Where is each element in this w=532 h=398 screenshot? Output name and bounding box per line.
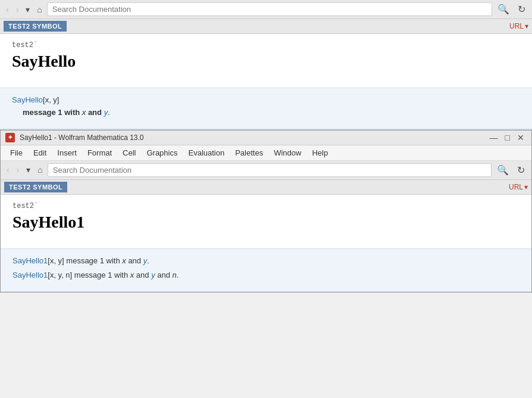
- usage-period-1: .: [108, 108, 110, 117]
- refresh-button-2[interactable]: ↻: [514, 163, 528, 177]
- usage-and-2a: and: [126, 256, 143, 265]
- url-label-2: URL: [509, 183, 523, 191]
- menu-help[interactable]: Help: [307, 147, 333, 158]
- forward-button-2[interactable]: ›: [14, 164, 22, 176]
- browser-toolbar-1: ‹ › ▾ ⌂ 🔍 ↻: [0, 0, 532, 19]
- dropdown-button-2[interactable]: ▾: [24, 164, 33, 176]
- doc-content-1: test2` SayHello: [0, 34, 532, 88]
- dropdown-icon-2: ▾: [26, 165, 30, 175]
- usage-var-n-2b: n: [173, 270, 177, 279]
- app-icon: ✦: [5, 133, 15, 142]
- search-icon-2: 🔍: [497, 165, 509, 175]
- usage-section-2: SayHello1[x, y] message 1 with x and y. …: [1, 248, 531, 293]
- app-icon-letter: ✦: [8, 134, 12, 141]
- search-input-2[interactable]: [48, 163, 492, 177]
- refresh-icon-1: ↻: [518, 4, 525, 14]
- app-titlebar: ✦ SayHello1 - Wolfram Mathematica 13.0 —…: [1, 130, 531, 145]
- usage-period-2b: .: [177, 270, 179, 279]
- url-arrow-icon-1: ▾: [525, 22, 528, 30]
- search-button-1[interactable]: 🔍: [495, 2, 512, 16]
- menu-palettes[interactable]: Palettes: [230, 147, 268, 158]
- forward-icon-2: ›: [17, 165, 20, 175]
- menu-file[interactable]: File: [5, 147, 27, 158]
- browser-window-1: ‹ › ▾ ⌂ 🔍 ↻ TEST2 SYMBOL URL ▾ test2` Sa…: [0, 0, 532, 129]
- window-controls: — □ ✕: [487, 133, 527, 142]
- menu-format[interactable]: Format: [83, 147, 117, 158]
- usage-line-2a: SayHello1[x, y] message 1 with x and y.: [12, 255, 520, 268]
- usage-period-2a: .: [147, 256, 149, 265]
- doc-toolbar-1: TEST2 SYMBOL URL ▾: [0, 19, 532, 34]
- back-button-1[interactable]: ‹: [4, 4, 11, 15]
- app-title: SayHello1 - Wolfram Mathematica 13.0: [20, 133, 483, 142]
- home-icon-1: ⌂: [37, 5, 42, 14]
- menu-graphics[interactable]: Graphics: [142, 147, 182, 158]
- refresh-button-1[interactable]: ↻: [515, 2, 528, 16]
- dropdown-icon-1: ▾: [26, 5, 30, 14]
- menu-edit[interactable]: Edit: [29, 147, 51, 158]
- url-arrow-icon-2: ▾: [524, 183, 528, 191]
- usage-desc-prefix-1: message 1 with: [23, 108, 82, 117]
- symbol-badge-1: TEST2 SYMBOL: [4, 21, 67, 32]
- usage-section-1: SayHello[x, y] message 1 with x and y.: [0, 88, 532, 129]
- home-button-2[interactable]: ⌂: [35, 164, 45, 176]
- usage-fn-name-2b: SayHello1: [12, 270, 48, 279]
- search-button-2[interactable]: 🔍: [494, 163, 512, 177]
- search-icon-1: 🔍: [497, 4, 509, 14]
- menu-evaluation[interactable]: Evaluation: [183, 147, 229, 158]
- browser-toolbar-2: ‹ › ▾ ⌂ 🔍 ↻: [1, 161, 531, 180]
- usage-fn-name-1: SayHello: [12, 95, 43, 104]
- url-label-1: URL: [509, 22, 524, 30]
- close-icon: ✕: [517, 133, 524, 142]
- usage-args-2a: [x, y]: [48, 256, 64, 265]
- back-icon-1: ‹: [6, 5, 9, 14]
- doc-content-2: test2` SayHello1: [1, 195, 531, 248]
- refresh-icon-2: ↻: [517, 165, 525, 175]
- forward-icon-1: ›: [16, 5, 19, 14]
- doc-toolbar-2: TEST2 SYMBOL URL ▾: [1, 180, 531, 195]
- url-button-2[interactable]: URL ▾: [509, 183, 528, 191]
- usage-fn-name-2a: SayHello1: [12, 256, 48, 265]
- usage-args-2b: [x, y, n]: [48, 270, 72, 279]
- usage-and2-2b: and: [155, 270, 173, 279]
- usage-desc-2a: message 1 with: [64, 256, 123, 265]
- back-icon-2: ‹: [7, 165, 10, 175]
- usage-line-2b: SayHello1[x, y, n] message 1 with x and …: [12, 269, 520, 282]
- usage-args-1: [x, y]: [43, 95, 59, 104]
- menu-insert[interactable]: Insert: [52, 147, 82, 158]
- symbol-title-1: SayHello: [12, 52, 520, 71]
- home-icon-2: ⌂: [37, 165, 42, 175]
- context-label-1: test2`: [12, 41, 520, 49]
- app-menubar: File Edit Insert Format Cell Graphics Ev…: [1, 145, 531, 161]
- dropdown-button-1[interactable]: ▾: [23, 4, 32, 15]
- maximize-icon: □: [505, 133, 510, 142]
- forward-button-1[interactable]: ›: [14, 4, 21, 15]
- url-button-1[interactable]: URL ▾: [509, 22, 528, 30]
- symbol-title-2: SayHello1: [12, 213, 520, 232]
- back-button-2[interactable]: ‹: [4, 164, 12, 176]
- usage-and-2b: and: [134, 270, 151, 279]
- minimize-icon: —: [490, 133, 498, 142]
- close-button[interactable]: ✕: [515, 133, 527, 142]
- usage-desc-2b: message 1 with: [72, 270, 130, 279]
- usage-line-1: SayHello[x, y] message 1 with x and y.: [12, 94, 520, 119]
- maximize-button[interactable]: □: [503, 133, 512, 142]
- usage-and-1: and: [86, 108, 104, 117]
- menu-cell[interactable]: Cell: [118, 147, 140, 158]
- symbol-badge-2: TEST2 SYMBOL: [4, 182, 67, 192]
- menu-window[interactable]: Window: [269, 147, 306, 158]
- minimize-button[interactable]: —: [487, 133, 500, 142]
- home-button-1[interactable]: ⌂: [35, 4, 44, 15]
- context-label-2: test2`: [12, 202, 520, 210]
- search-input-1[interactable]: [47, 2, 492, 16]
- app-window: ✦ SayHello1 - Wolfram Mathematica 13.0 —…: [0, 130, 532, 293]
